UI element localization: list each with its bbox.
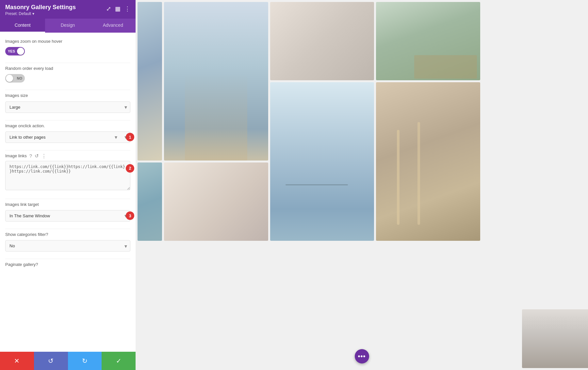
link-target-label: Images link target (5, 202, 130, 208)
image-links-textarea[interactable]: https://link.com/{{link}}https://link.co… (5, 161, 130, 190)
gallery-image-white-room[interactable] (270, 2, 374, 80)
tabs-bar: Content Design Advanced (0, 19, 136, 33)
panel-content: Images zoom on mouse hover YES Random or… (0, 33, 136, 352)
floating-menu-button[interactable]: ••• (355, 349, 369, 363)
reset-button[interactable]: ↺ (34, 352, 68, 370)
categories-filter-section: Show categories filter? Yes No (5, 232, 130, 252)
gallery-image-1[interactable] (138, 2, 162, 161)
more-icon[interactable]: ⋮ (124, 5, 130, 12)
image-links-help-btn[interactable]: ? (29, 153, 32, 159)
toggle-yes-label: YES (8, 49, 15, 53)
images-size-select[interactable]: Thumbnail Medium Large Full (5, 101, 130, 113)
save-button[interactable]: ✓ (102, 352, 136, 370)
categories-filter-label: Show categories filter? (5, 232, 130, 238)
tab-advanced[interactable]: Advanced (90, 19, 136, 33)
panel-title: Masonry Gallery Settings (5, 4, 76, 11)
gallery-image-sea[interactable] (270, 82, 374, 241)
gallery-image-person[interactable] (522, 309, 588, 368)
badge-2: 2 (126, 164, 134, 173)
random-order-section: Random order every load NO (5, 66, 130, 83)
onclick-action-section: Image onclick action. Open lightbox Link… (5, 123, 130, 143)
tab-content[interactable]: Content (0, 19, 45, 33)
categories-filter-select[interactable]: Yes No (5, 240, 130, 252)
paginate-section: Paginate gallery? (5, 262, 130, 268)
image-links-label: Image links (5, 153, 27, 158)
action-bar: ✕ ↺ ↻ ✓ (0, 352, 136, 370)
onclick-action-label: Image onclick action. (5, 123, 130, 129)
gallery-image-1b[interactable] (138, 162, 162, 241)
toggle-no-label: NO (17, 76, 23, 80)
expand-icon[interactable]: ⤢ (106, 5, 111, 12)
images-size-label: Images size (5, 93, 130, 99)
images-zoom-toggle[interactable]: YES (5, 47, 25, 55)
gallery-image-pier[interactable] (164, 2, 268, 161)
gallery-panel: ••• (136, 0, 588, 370)
link-target-section: Images link target In The Same Window Ne… (5, 202, 130, 222)
badge-3: 3 (126, 211, 134, 220)
toggle-knob-2 (6, 75, 13, 82)
gallery-image-sofa[interactable] (164, 162, 268, 241)
badge-1: 1 (126, 133, 134, 141)
image-links-more-btn[interactable]: ⋮ (41, 153, 46, 159)
image-links-section: Image links ? ↺ ⋮ https://link.com/{{lin… (5, 153, 130, 192)
categories-filter-wrapper: Yes No (5, 240, 130, 252)
random-order-label: Random order every load (5, 66, 130, 71)
images-zoom-label: Images zoom on mouse hover (5, 39, 130, 44)
gallery-image-coastal-ropes[interactable] (376, 82, 480, 241)
images-zoom-section: Images zoom on mouse hover YES (5, 39, 130, 55)
paginate-label: Paginate gallery? (5, 262, 130, 268)
cancel-button[interactable]: ✕ (0, 352, 34, 370)
random-order-toggle[interactable]: NO (5, 74, 25, 83)
toggle-knob (17, 48, 24, 55)
tab-design[interactable]: Design (45, 19, 90, 33)
onclick-action-select[interactable]: Open lightbox Link to other pages Do not… (5, 131, 130, 143)
link-target-select[interactable]: In The Same Window New Window (5, 210, 130, 222)
images-size-select-wrapper: Thumbnail Medium Large Full (5, 101, 130, 113)
images-size-section: Images size Thumbnail Medium Large Full (5, 93, 130, 113)
gallery-image-coastal-bench[interactable] (376, 2, 480, 80)
panel-preset[interactable]: Preset: Default ▾ (5, 11, 76, 16)
image-links-reset-btn[interactable]: ↺ (35, 153, 39, 159)
columns-icon[interactable]: ▦ (115, 5, 121, 12)
panel-header: Masonry Gallery Settings Preset: Default… (0, 0, 136, 19)
redo-button[interactable]: ↻ (68, 352, 102, 370)
